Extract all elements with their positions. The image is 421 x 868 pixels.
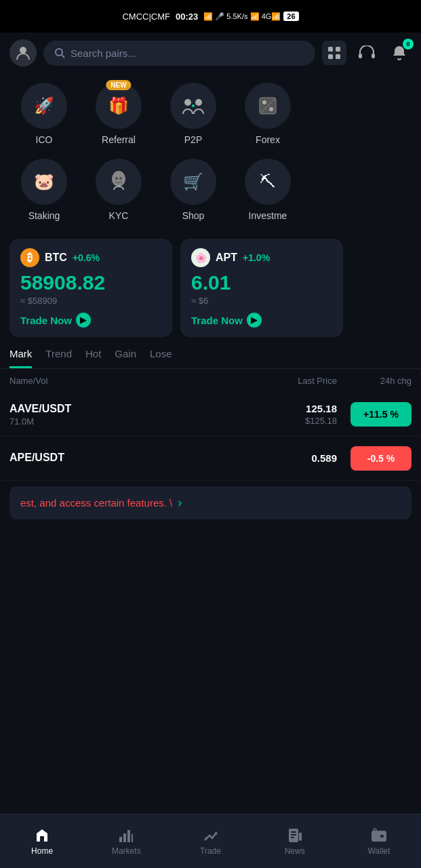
staking-icon: 🐷	[21, 159, 67, 205]
notification-badge: 0	[403, 39, 414, 50]
table-row[interactable]: AAVE/USDT 71.0M 125.18 $125.18 +11.5 %	[0, 393, 421, 437]
svg-point-12	[262, 100, 266, 104]
p2p-icon	[170, 83, 216, 129]
apt-card-header: 🌸 APT +1.0%	[191, 248, 332, 267]
svg-rect-23	[291, 831, 296, 833]
svg-rect-18	[119, 837, 122, 842]
home-icon	[34, 827, 50, 844]
nav-markets[interactable]: Markets	[84, 814, 168, 868]
nav-trade[interactable]: Trade	[168, 814, 252, 868]
btc-price-usd: ≈ $58909	[20, 296, 161, 306]
apt-price-card[interactable]: 🌸 APT +1.0% 6.01 ≈ $6 Trade Now ▶	[180, 239, 343, 337]
svg-rect-19	[123, 833, 126, 842]
svg-point-16	[119, 177, 122, 180]
bottom-nav: Home Markets Trade News	[0, 814, 421, 868]
table-header: Name/Vol Last Price 24h chg	[0, 369, 421, 393]
nav-news[interactable]: News	[253, 814, 337, 868]
quick-item-shop[interactable]: 🛒 Shop	[156, 153, 230, 226]
quick-item-referral[interactable]: 🎁 NEW Referral	[81, 77, 156, 151]
ape-pair: APE/USDT	[9, 452, 256, 464]
headphone-icon-button[interactable]	[355, 41, 379, 65]
status-icons: 📶 🎤 5.5K/s 📶 4G📶 26	[203, 12, 298, 21]
quick-item-staking[interactable]: 🐷 Staking	[7, 153, 81, 226]
kyc-label: KYC	[109, 210, 129, 221]
new-badge: NEW	[106, 80, 131, 90]
btc-name: BTC	[45, 252, 67, 264]
svg-rect-26	[372, 831, 386, 842]
svg-point-13	[269, 107, 273, 111]
svg-line-2	[62, 55, 64, 58]
tab-trending[interactable]: Trend	[45, 348, 72, 368]
apt-name: APT	[216, 252, 237, 264]
svg-rect-21	[132, 834, 133, 842]
aave-change-col: +11.5 %	[337, 402, 412, 427]
btc-trade-now[interactable]: Trade Now ▶	[20, 313, 161, 328]
avatar-button[interactable]	[9, 39, 37, 66]
th-name-vol: Name/Vol	[9, 376, 256, 386]
news-icon	[287, 827, 303, 844]
aave-change-btn[interactable]: +11.5 %	[350, 402, 412, 427]
svg-rect-5	[328, 54, 333, 59]
th-last-price: Last Price	[256, 376, 337, 386]
ape-change-col: -0.5 %	[337, 446, 412, 471]
aave-price-col: 125.18 $125.18	[256, 403, 337, 426]
quick-menu-row2: 🐷 Staking KYC 🛒 Shop ⛏ Investme	[0, 153, 421, 232]
tab-losers[interactable]: Lose	[150, 348, 172, 368]
apt-coin-icon: 🌸	[191, 248, 210, 267]
nav-markets-label: Markets	[112, 846, 141, 856]
table-row[interactable]: APE/USDT 0.589 -0.5 %	[0, 437, 421, 481]
staking-label: Staking	[28, 210, 60, 221]
carrier: CMCC|CMF	[122, 12, 170, 22]
quick-item-p2p[interactable]: P2P	[156, 77, 230, 151]
tab-market[interactable]: Mark	[9, 348, 32, 368]
aave-pair: AAVE/USDT	[9, 403, 256, 415]
nav-wallet-label: Wallet	[367, 846, 390, 856]
shop-icon: 🛒	[170, 159, 216, 205]
search-placeholder: Search pairs...	[71, 47, 136, 59]
nav-wallet[interactable]: Wallet	[337, 814, 421, 868]
quick-item-investment[interactable]: ⛏ Investme	[230, 153, 305, 226]
nav-home-label: Home	[31, 846, 53, 856]
price-cards: ₿ BTC +0.6% 58908.82 ≈ $58909 Trade Now …	[0, 232, 421, 344]
header-icons: 0	[322, 41, 412, 65]
btc-coin-icon: ₿	[20, 248, 39, 267]
svg-point-1	[56, 49, 62, 56]
search-bar[interactable]: Search pairs...	[43, 41, 315, 66]
svg-point-15	[115, 177, 118, 180]
search-icon	[54, 47, 65, 58]
battery-indicator: 26	[283, 12, 298, 21]
btc-price-card[interactable]: ₿ BTC +0.6% 58908.82 ≈ $58909 Trade Now …	[9, 239, 172, 337]
aave-vol: 71.0M	[9, 416, 256, 427]
quick-item-forex[interactable]: Forex	[230, 77, 305, 151]
tab-hot[interactable]: Hot	[85, 348, 101, 368]
market-tabs: Mark Trend Hot Gain Lose	[0, 344, 421, 369]
quick-menu-row1: 🚀 ICO 🎁 NEW Referral P2P	[0, 73, 421, 153]
btc-trade-arrow: ▶	[76, 313, 91, 328]
grid-icon-button[interactable]	[322, 41, 346, 65]
quick-item-ico[interactable]: 🚀 ICO	[7, 77, 81, 151]
trade-icon	[203, 827, 219, 844]
feature-banner[interactable]: est, and access certain features. \ ›	[9, 486, 412, 519]
svg-rect-27	[380, 835, 384, 837]
aave-price-usd: $125.18	[256, 416, 337, 426]
p2p-label: P2P	[184, 134, 202, 145]
svg-rect-25	[291, 837, 294, 838]
svg-rect-20	[127, 830, 130, 842]
kyc-icon	[96, 159, 142, 205]
svg-point-0	[20, 47, 26, 54]
banner-text: est, and access certain features. \	[20, 497, 172, 509]
grid-icon	[327, 46, 341, 60]
nav-home[interactable]: Home	[0, 814, 84, 868]
notification-button[interactable]: 0	[387, 41, 412, 65]
banner-arrow: ›	[178, 496, 182, 510]
quick-item-kyc[interactable]: KYC	[81, 153, 156, 226]
svg-point-9	[184, 99, 191, 106]
apt-price: 6.01	[191, 271, 332, 294]
ico-label: ICO	[36, 134, 53, 145]
aave-row-left: AAVE/USDT 71.0M	[9, 403, 256, 427]
ape-change-btn[interactable]: -0.5 %	[350, 446, 412, 471]
tab-gainers[interactable]: Gain	[115, 348, 136, 368]
apt-trade-now[interactable]: Trade Now ▶	[191, 313, 332, 328]
svg-rect-24	[291, 834, 296, 835]
svg-rect-7	[359, 54, 362, 58]
